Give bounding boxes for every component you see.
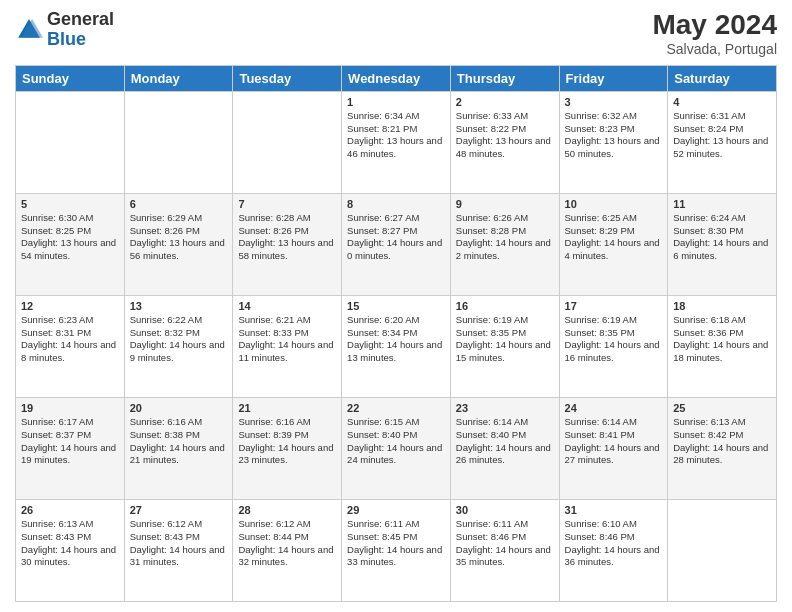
day-info: Sunrise: 6:32 AM Sunset: 8:23 PM Dayligh… <box>565 110 663 161</box>
cell-week3-day6: 25Sunrise: 6:13 AM Sunset: 8:42 PM Dayli… <box>668 397 777 499</box>
day-number: 23 <box>456 402 554 414</box>
cell-week0-day2 <box>233 91 342 193</box>
day-info: Sunrise: 6:16 AM Sunset: 8:39 PM Dayligh… <box>238 416 336 467</box>
location: Salvada, Portugal <box>652 41 777 57</box>
header-tuesday: Tuesday <box>233 65 342 91</box>
header: General Blue May 2024 Salvada, Portugal <box>15 10 777 57</box>
cell-week4-day4: 30Sunrise: 6:11 AM Sunset: 8:46 PM Dayli… <box>450 499 559 601</box>
cell-week4-day6 <box>668 499 777 601</box>
cell-week0-day3: 1Sunrise: 6:34 AM Sunset: 8:21 PM Daylig… <box>342 91 451 193</box>
cell-week4-day1: 27Sunrise: 6:12 AM Sunset: 8:43 PM Dayli… <box>124 499 233 601</box>
day-number: 4 <box>673 96 771 108</box>
day-info: Sunrise: 6:21 AM Sunset: 8:33 PM Dayligh… <box>238 314 336 365</box>
week-row-3: 19Sunrise: 6:17 AM Sunset: 8:37 PM Dayli… <box>16 397 777 499</box>
month-year: May 2024 <box>652 10 777 41</box>
day-info: Sunrise: 6:19 AM Sunset: 8:35 PM Dayligh… <box>456 314 554 365</box>
day-info: Sunrise: 6:12 AM Sunset: 8:43 PM Dayligh… <box>130 518 228 569</box>
header-thursday: Thursday <box>450 65 559 91</box>
day-number: 8 <box>347 198 445 210</box>
day-number: 1 <box>347 96 445 108</box>
day-info: Sunrise: 6:30 AM Sunset: 8:25 PM Dayligh… <box>21 212 119 263</box>
day-info: Sunrise: 6:25 AM Sunset: 8:29 PM Dayligh… <box>565 212 663 263</box>
header-saturday: Saturday <box>668 65 777 91</box>
day-info: Sunrise: 6:15 AM Sunset: 8:40 PM Dayligh… <box>347 416 445 467</box>
day-info: Sunrise: 6:19 AM Sunset: 8:35 PM Dayligh… <box>565 314 663 365</box>
day-number: 25 <box>673 402 771 414</box>
day-number: 27 <box>130 504 228 516</box>
day-info: Sunrise: 6:14 AM Sunset: 8:40 PM Dayligh… <box>456 416 554 467</box>
day-info: Sunrise: 6:20 AM Sunset: 8:34 PM Dayligh… <box>347 314 445 365</box>
day-info: Sunrise: 6:28 AM Sunset: 8:26 PM Dayligh… <box>238 212 336 263</box>
header-wednesday: Wednesday <box>342 65 451 91</box>
cell-week3-day1: 20Sunrise: 6:16 AM Sunset: 8:38 PM Dayli… <box>124 397 233 499</box>
day-info: Sunrise: 6:34 AM Sunset: 8:21 PM Dayligh… <box>347 110 445 161</box>
cell-week1-day6: 11Sunrise: 6:24 AM Sunset: 8:30 PM Dayli… <box>668 193 777 295</box>
day-number: 24 <box>565 402 663 414</box>
day-number: 11 <box>673 198 771 210</box>
day-info: Sunrise: 6:14 AM Sunset: 8:41 PM Dayligh… <box>565 416 663 467</box>
day-info: Sunrise: 6:10 AM Sunset: 8:46 PM Dayligh… <box>565 518 663 569</box>
cell-week1-day2: 7Sunrise: 6:28 AM Sunset: 8:26 PM Daylig… <box>233 193 342 295</box>
header-monday: Monday <box>124 65 233 91</box>
cell-week1-day4: 9Sunrise: 6:26 AM Sunset: 8:28 PM Daylig… <box>450 193 559 295</box>
cell-week3-day3: 22Sunrise: 6:15 AM Sunset: 8:40 PM Dayli… <box>342 397 451 499</box>
day-number: 17 <box>565 300 663 312</box>
day-number: 7 <box>238 198 336 210</box>
day-number: 31 <box>565 504 663 516</box>
day-info: Sunrise: 6:24 AM Sunset: 8:30 PM Dayligh… <box>673 212 771 263</box>
cell-week1-day5: 10Sunrise: 6:25 AM Sunset: 8:29 PM Dayli… <box>559 193 668 295</box>
header-sunday: Sunday <box>16 65 125 91</box>
day-info: Sunrise: 6:31 AM Sunset: 8:24 PM Dayligh… <box>673 110 771 161</box>
day-number: 3 <box>565 96 663 108</box>
day-number: 16 <box>456 300 554 312</box>
weekday-header-row: Sunday Monday Tuesday Wednesday Thursday… <box>16 65 777 91</box>
day-number: 10 <box>565 198 663 210</box>
cell-week2-day5: 17Sunrise: 6:19 AM Sunset: 8:35 PM Dayli… <box>559 295 668 397</box>
day-number: 26 <box>21 504 119 516</box>
cell-week2-day3: 15Sunrise: 6:20 AM Sunset: 8:34 PM Dayli… <box>342 295 451 397</box>
cell-week0-day4: 2Sunrise: 6:33 AM Sunset: 8:22 PM Daylig… <box>450 91 559 193</box>
day-info: Sunrise: 6:16 AM Sunset: 8:38 PM Dayligh… <box>130 416 228 467</box>
cell-week1-day0: 5Sunrise: 6:30 AM Sunset: 8:25 PM Daylig… <box>16 193 125 295</box>
cell-week1-day1: 6Sunrise: 6:29 AM Sunset: 8:26 PM Daylig… <box>124 193 233 295</box>
calendar-table: Sunday Monday Tuesday Wednesday Thursday… <box>15 65 777 602</box>
day-number: 20 <box>130 402 228 414</box>
day-number: 19 <box>21 402 119 414</box>
cell-week4-day3: 29Sunrise: 6:11 AM Sunset: 8:45 PM Dayli… <box>342 499 451 601</box>
day-number: 14 <box>238 300 336 312</box>
day-number: 13 <box>130 300 228 312</box>
day-info: Sunrise: 6:12 AM Sunset: 8:44 PM Dayligh… <box>238 518 336 569</box>
header-friday: Friday <box>559 65 668 91</box>
day-number: 5 <box>21 198 119 210</box>
cell-week2-day0: 12Sunrise: 6:23 AM Sunset: 8:31 PM Dayli… <box>16 295 125 397</box>
day-number: 18 <box>673 300 771 312</box>
cell-week1-day3: 8Sunrise: 6:27 AM Sunset: 8:27 PM Daylig… <box>342 193 451 295</box>
day-info: Sunrise: 6:13 AM Sunset: 8:43 PM Dayligh… <box>21 518 119 569</box>
week-row-4: 26Sunrise: 6:13 AM Sunset: 8:43 PM Dayli… <box>16 499 777 601</box>
week-row-2: 12Sunrise: 6:23 AM Sunset: 8:31 PM Dayli… <box>16 295 777 397</box>
day-number: 15 <box>347 300 445 312</box>
day-info: Sunrise: 6:17 AM Sunset: 8:37 PM Dayligh… <box>21 416 119 467</box>
day-info: Sunrise: 6:11 AM Sunset: 8:46 PM Dayligh… <box>456 518 554 569</box>
cell-week4-day2: 28Sunrise: 6:12 AM Sunset: 8:44 PM Dayli… <box>233 499 342 601</box>
logo-text: General Blue <box>47 10 114 50</box>
page: General Blue May 2024 Salvada, Portugal … <box>0 0 792 612</box>
day-number: 21 <box>238 402 336 414</box>
cell-week0-day5: 3Sunrise: 6:32 AM Sunset: 8:23 PM Daylig… <box>559 91 668 193</box>
day-info: Sunrise: 6:11 AM Sunset: 8:45 PM Dayligh… <box>347 518 445 569</box>
day-info: Sunrise: 6:29 AM Sunset: 8:26 PM Dayligh… <box>130 212 228 263</box>
cell-week4-day5: 31Sunrise: 6:10 AM Sunset: 8:46 PM Dayli… <box>559 499 668 601</box>
day-number: 30 <box>456 504 554 516</box>
cell-week3-day4: 23Sunrise: 6:14 AM Sunset: 8:40 PM Dayli… <box>450 397 559 499</box>
day-info: Sunrise: 6:27 AM Sunset: 8:27 PM Dayligh… <box>347 212 445 263</box>
logo-icon <box>15 16 43 44</box>
day-info: Sunrise: 6:23 AM Sunset: 8:31 PM Dayligh… <box>21 314 119 365</box>
logo: General Blue <box>15 10 114 50</box>
day-number: 6 <box>130 198 228 210</box>
day-number: 9 <box>456 198 554 210</box>
day-number: 28 <box>238 504 336 516</box>
cell-week0-day0 <box>16 91 125 193</box>
day-info: Sunrise: 6:26 AM Sunset: 8:28 PM Dayligh… <box>456 212 554 263</box>
title-block: May 2024 Salvada, Portugal <box>652 10 777 57</box>
cell-week3-day0: 19Sunrise: 6:17 AM Sunset: 8:37 PM Dayli… <box>16 397 125 499</box>
